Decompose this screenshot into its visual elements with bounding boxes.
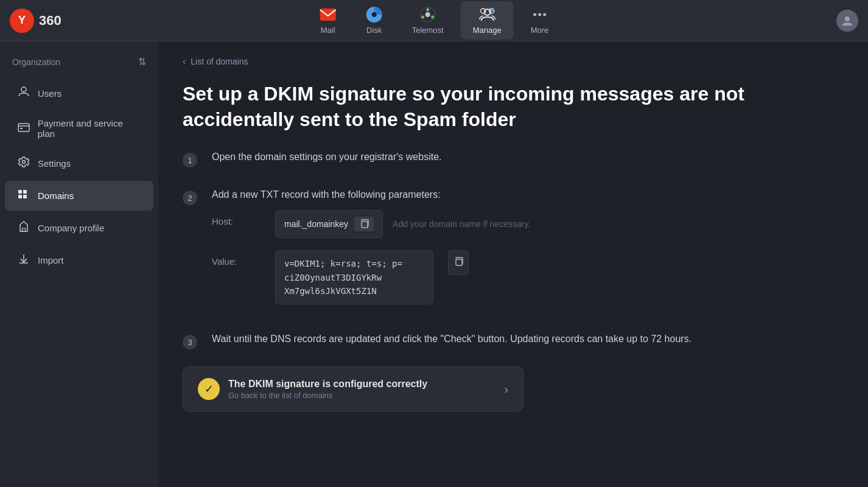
svg-rect-28 <box>362 222 368 228</box>
nav-label-mail: Mail <box>321 26 335 35</box>
svg-point-21 <box>23 161 26 164</box>
nav-item-mail[interactable]: Mail <box>307 1 349 40</box>
avatar[interactable] <box>836 10 858 32</box>
sidebar: Organization ⇅ Users Payment and service <box>0 41 158 487</box>
step-3-content: Wait until the DNS records are updated a… <box>212 334 844 345</box>
svg-point-15 <box>543 13 546 16</box>
svg-point-14 <box>538 13 541 16</box>
nav-right <box>836 10 858 32</box>
top-navigation: Y 360 Mail Disk <box>0 0 868 41</box>
svg-rect-22 <box>18 190 22 194</box>
value-label: Value: <box>212 250 261 267</box>
value-box: v=DKIM1; k=rsa; t=s; p= ciZ0OynautT3DIGY… <box>275 250 433 304</box>
success-title: The DKIM signature is configured correct… <box>228 379 427 390</box>
nav-item-telemost[interactable]: Telemost <box>400 1 456 40</box>
svg-text:+: + <box>490 9 492 12</box>
svg-point-4 <box>425 12 430 17</box>
step-2-content: Add a new TXT record with the following … <box>212 189 844 317</box>
svg-point-16 <box>845 16 850 21</box>
nav-label-telemost: Telemost <box>412 26 444 35</box>
users-icon <box>17 86 30 101</box>
step-3-text: Wait until the DNS records are updated a… <box>212 334 844 345</box>
breadcrumb[interactable]: ‹ List of domains <box>183 56 844 67</box>
logo-area[interactable]: Y 360 <box>10 9 61 33</box>
host-value-area: mail._domainkey Add your domain name if … <box>275 210 844 238</box>
step-1-content: Open the domain settings on your registr… <box>212 152 844 172</box>
svg-point-6 <box>431 16 434 19</box>
nav-label-more: More <box>531 26 549 35</box>
svg-point-13 <box>533 13 536 16</box>
value-field-row: Value: v=DKIM1; k=rsa; t=s; p= ciZ0Oynau… <box>212 250 844 304</box>
host-value-text: mail._domainkey <box>284 219 348 229</box>
domains-icon <box>17 188 30 203</box>
sidebar-item-payment[interactable]: Payment and service plan <box>5 111 153 146</box>
page-title: Set up a DKIM signature so your incoming… <box>183 82 844 132</box>
step-number-1: 1 <box>183 153 197 167</box>
sidebar-item-settings[interactable]: Settings <box>5 149 153 178</box>
svg-point-5 <box>426 9 429 12</box>
org-switcher-icon[interactable]: ⇅ <box>138 56 146 68</box>
success-banner[interactable]: ✓ The DKIM signature is configured corre… <box>183 366 523 412</box>
success-arrow-icon: › <box>504 382 508 396</box>
success-left: ✓ The DKIM signature is configured corre… <box>198 378 427 400</box>
svg-point-7 <box>421 16 424 19</box>
sidebar-item-users[interactable]: Users <box>5 79 153 108</box>
sidebar-label-settings: Settings <box>38 158 71 169</box>
breadcrumb-text: List of domains <box>191 57 248 66</box>
sidebar-item-domains[interactable]: Domains <box>5 181 153 211</box>
host-value-box: mail._domainkey <box>275 210 383 238</box>
sidebar-item-company[interactable]: Company profile <box>5 213 153 243</box>
step-2-text: Add a new TXT record with the following … <box>212 189 844 200</box>
success-texts: The DKIM signature is configured correct… <box>228 379 427 400</box>
sidebar-label-company: Company profile <box>38 223 104 233</box>
nav-item-disk[interactable]: Disk <box>354 1 395 40</box>
step-number-3: 3 <box>183 335 197 349</box>
success-check-icon: ✓ <box>198 378 220 400</box>
more-icon <box>531 6 548 23</box>
nav-items: Mail Disk <box>307 1 561 40</box>
host-placeholder: Add your domain name if necessary. <box>383 219 530 229</box>
svg-rect-29 <box>456 259 462 265</box>
step-number-2: 2 <box>183 191 197 205</box>
payment-icon <box>17 121 30 136</box>
step-3: 3 Wait until the DNS records are updated… <box>183 334 844 349</box>
svg-point-17 <box>21 87 26 92</box>
svg-rect-0 <box>320 9 336 21</box>
steps-container: 1 Open the domain settings on your regis… <box>183 152 844 412</box>
svg-rect-25 <box>23 195 27 198</box>
success-subtitle: Go back to the list of domains <box>228 391 427 400</box>
sidebar-label-import: Import <box>38 255 64 265</box>
host-copy-button[interactable] <box>354 217 374 231</box>
nav-item-manage[interactable]: + Manage <box>461 1 514 40</box>
disk-icon <box>366 6 383 23</box>
nav-label-manage: Manage <box>473 26 502 35</box>
main-layout: Organization ⇅ Users Payment and service <box>0 41 868 487</box>
logo-icon: Y <box>10 9 34 33</box>
svg-rect-23 <box>23 190 27 194</box>
svg-rect-24 <box>18 195 22 198</box>
nav-label-disk: Disk <box>366 26 382 35</box>
step-1: 1 Open the domain settings on your regis… <box>183 152 844 172</box>
host-label: Host: <box>212 210 261 226</box>
svg-rect-20 <box>20 128 23 129</box>
sidebar-label-payment: Payment and service plan <box>38 118 141 139</box>
settings-icon <box>17 156 30 171</box>
sidebar-label-users: Users <box>38 88 61 99</box>
value-copy-button[interactable] <box>448 250 469 275</box>
step-1-text: Open the domain settings on your registr… <box>212 152 844 163</box>
host-field-row: Host: mail._domainkey <box>212 210 844 238</box>
svg-point-2 <box>372 12 377 17</box>
org-label: Organization <box>12 57 60 67</box>
content-area: ‹ List of domains Set up a DKIM signatur… <box>158 41 868 487</box>
sidebar-label-domains: Domains <box>38 191 74 201</box>
breadcrumb-back-icon: ‹ <box>183 56 186 67</box>
nav-item-more[interactable]: More <box>519 1 561 40</box>
step-2: 2 Add a new TXT record with the followin… <box>183 189 844 317</box>
import-icon <box>17 253 30 268</box>
logo-text: 360 <box>39 13 61 29</box>
mail-icon <box>320 6 337 23</box>
manage-icon: + <box>478 6 495 23</box>
company-icon <box>17 220 30 236</box>
telemost-icon <box>419 6 436 23</box>
sidebar-item-import[interactable]: Import <box>5 245 153 275</box>
